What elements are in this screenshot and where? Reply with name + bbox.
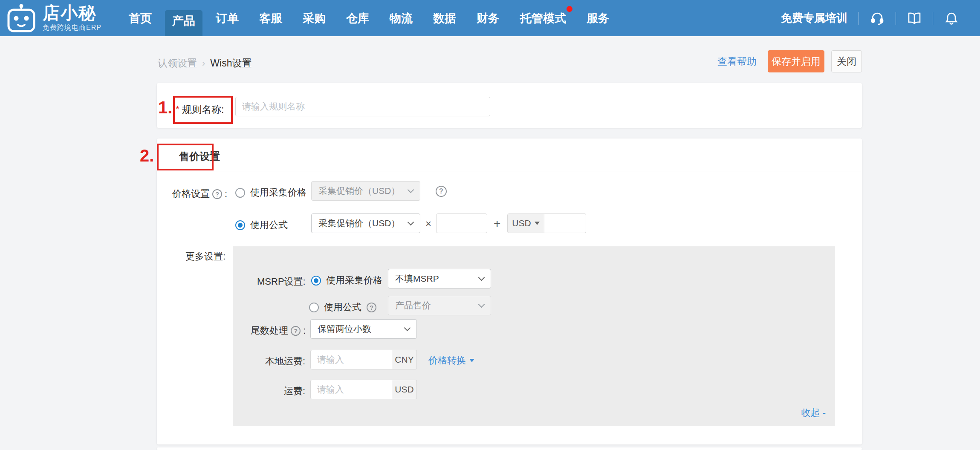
shipping-group: USD [310,380,417,399]
radio-checked-icon[interactable] [235,220,245,230]
msrp-use-collect-option[interactable]: 使用采集价格 [311,274,382,287]
required-asterisk: * [176,104,179,115]
page-actions: 查看帮助 保存并启用 关闭 [717,50,862,72]
formula-multiplier-input[interactable] [436,213,487,233]
view-help-link[interactable]: 查看帮助 [717,55,757,68]
divider [933,12,933,25]
nav-right-tools: 免费专属培训 [781,0,970,36]
breadcrumb-separator: › [202,58,205,69]
logo-subtitle: 免费跨境电商ERP [43,23,101,32]
currency-select-button[interactable]: USD [507,213,544,233]
logo-title: 店小秘 [43,4,101,22]
rounding-label: 尾数处理 ? : [251,324,306,337]
free-training-link[interactable]: 免费专属培训 [781,11,859,26]
chevron-down-icon [404,325,411,332]
help-question-icon[interactable]: ? [367,303,376,312]
breadcrumb-claim-settings[interactable]: 认领设置 [158,57,197,70]
msrp-use-formula-option[interactable]: 使用公式 ? [309,301,376,314]
local-shipping-input[interactable] [310,350,392,369]
more-settings-label: 更多设置: [185,250,225,263]
price-convert-link[interactable]: 价格转换 [428,354,474,367]
logo-text: 店小秘 免费跨境电商ERP [43,4,101,32]
help-question-icon[interactable]: ? [436,186,447,197]
section-header: 售价设置 [157,138,862,171]
formula-addition-input[interactable] [544,213,586,233]
price-setting-label: 价格设置 ? : [172,188,227,200]
nav-item-finance[interactable]: 财务 [469,0,507,36]
nav-item-orders[interactable]: 订单 [208,0,246,36]
notification-dot [567,6,572,12]
help-question-icon[interactable]: ? [212,189,222,199]
divider [896,12,896,25]
chevron-down-icon [408,187,414,193]
usd-addon: USD [392,380,417,399]
formula-price-type-select[interactable]: 采集促销价（USD） [311,213,420,233]
nav-item-warehouse[interactable]: 仓库 [339,0,376,36]
annotation-1: 1. [158,98,172,117]
chevron-down-icon [478,274,485,281]
book-icon[interactable] [907,11,922,26]
breadcrumb: 认领设置 › Wish设置 [158,57,252,70]
radio-unchecked-icon[interactable] [309,303,319,312]
divider [859,12,859,25]
bell-icon[interactable] [944,11,959,26]
nav-item-services[interactable]: 服务 [579,0,617,36]
price-settings-card: 售价设置 价格设置 ? : 使用采集价格 采集促销价（USD） ? 使用公式 采… [157,138,862,444]
use-formula-option[interactable]: 使用公式 [235,219,288,231]
shipping-input[interactable] [310,380,392,399]
use-collect-price-option[interactable]: 使用采集价格 [235,186,306,199]
nav-item-service[interactable]: 客服 [252,0,289,36]
rule-name-input[interactable] [235,97,490,116]
save-and-enable-button[interactable]: 保存并启用 [768,50,824,72]
annotation-box-price-settings [157,144,214,170]
next-section-card [157,447,862,450]
cny-addon: CNY [392,350,417,369]
collect-price-type-select: 采集促销价（USD） [311,181,420,201]
radio-unchecked-icon[interactable] [235,188,245,198]
more-settings-panel: MSRP设置: 使用采集价格 不填MSRP 使用公式 ? 产品售价 尾数处理 ?… [233,246,835,426]
formula-addition-group: USD [507,213,586,233]
nav-item-purchase[interactable]: 采购 [295,0,333,36]
nav-item-hosting-mode[interactable]: 托管模式 [513,0,573,36]
top-nav: 店小秘 免费跨境电商ERP 首页 产品 订单 客服 采购 仓库 物流 数据 财务… [0,0,980,36]
annotation-2: 2. [140,146,154,165]
nav-item-logistics[interactable]: 物流 [382,0,420,36]
headset-icon[interactable] [870,11,885,26]
shipping-label: 运费: [284,385,305,398]
close-button[interactable]: 关闭 [831,50,862,72]
rounding-select[interactable]: 保留两位小数 [310,319,417,339]
msrp-label: MSRP设置: [257,275,306,288]
chevron-down-icon [408,219,414,226]
rule-name-label: *规则名称: [176,103,224,116]
app-logo[interactable]: 店小秘 免费跨境电商ERP [6,0,101,36]
nav-item-data[interactable]: 数据 [426,0,463,36]
collapse-link[interactable]: 收起 - [801,407,826,419]
main-menu: 首页 产品 订单 客服 采购 仓库 物流 数据 财务 托管模式 服务 [119,0,620,36]
radio-checked-icon[interactable] [311,276,321,286]
nav-item-home[interactable]: 首页 [121,0,159,36]
multiply-sign: × [425,218,431,230]
nav-item-products[interactable]: 产品 [165,10,202,36]
help-question-icon[interactable]: ? [291,326,301,336]
plus-sign: + [494,217,500,231]
msrp-type-select[interactable]: 不填MSRP [388,269,491,288]
robot-logo-icon [6,4,37,33]
msrp-formula-select: 产品售价 [388,296,491,315]
breadcrumb-wish-settings: Wish设置 [210,57,252,70]
caret-down-icon [535,222,540,225]
caret-down-icon [469,359,474,362]
chevron-down-icon [478,301,485,308]
local-shipping-label: 本地运费: [265,355,305,368]
local-shipping-group: CNY [310,350,417,369]
